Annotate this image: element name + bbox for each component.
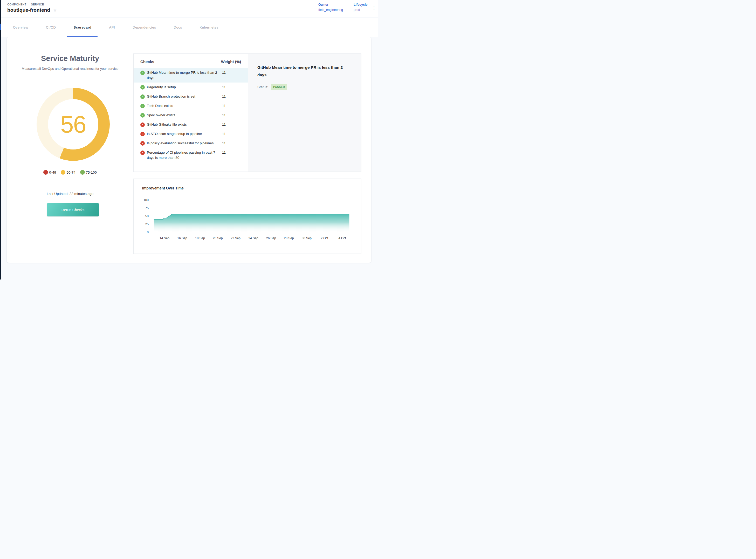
check-detail-title: GitHub Mean time to merge PR is less tha… — [257, 64, 347, 79]
lifecycle-label: Lifecycle — [353, 3, 368, 6]
check-weight: 11 — [222, 103, 232, 109]
scorecard-card: Service Maturity Measures all DevOps and… — [7, 37, 371, 263]
owner-label: Owner — [318, 3, 343, 6]
improvement-area-chart — [134, 179, 362, 254]
check-weight: 11 — [222, 122, 232, 127]
check-label: GitHub Gitleaks file exists — [147, 122, 220, 127]
check-failed-icon: ✕ — [140, 151, 145, 155]
left-nav-active-indicator — [0, 24, 1, 30]
rerun-checks-button[interactable]: Rerun Checks — [47, 203, 99, 217]
page-title: boutique-frontend — [7, 7, 50, 13]
check-label: GitHub Mean time to merge PR is less tha… — [147, 70, 220, 81]
checks-column-header: Checks — [140, 60, 221, 64]
legend-dot — [43, 170, 48, 175]
favorite-star-icon[interactable]: ☆ — [53, 8, 57, 13]
check-row[interactable]: ✓Pagerduty is setup11 — [134, 83, 248, 92]
more-options-icon[interactable]: ⋮ — [370, 5, 378, 11]
score-donut-hole: 56 — [48, 99, 98, 150]
check-label: Is STO scan stage setup in pipeline — [147, 131, 220, 136]
legend-item-75-100: 75-100 — [80, 170, 97, 175]
check-failed-icon: ✕ — [140, 132, 145, 136]
owner-link[interactable]: field_engineering — [318, 8, 343, 12]
check-detail-panel: GitHub Mean time to merge PR is less tha… — [248, 54, 361, 172]
scorecard-page: COMPONENT — SERVICE boutique-frontend ☆ … — [0, 0, 378, 280]
check-passed-icon: ✓ — [140, 104, 145, 108]
checks-rows: ✓GitHub Mean time to merge PR is less th… — [134, 68, 248, 162]
score-legend: 0-4950-7475-100 — [7, 170, 133, 175]
tab-overview[interactable]: Overview — [13, 25, 28, 29]
score-value: 56 — [61, 111, 86, 138]
legend-dot — [80, 170, 85, 175]
check-passed-icon: ✓ — [140, 71, 145, 75]
tab-scorecard[interactable]: Scorecard — [73, 25, 91, 29]
check-label: Percentage of CI pipelines passing in pa… — [147, 150, 220, 160]
check-weight: 11 — [222, 70, 232, 75]
check-weight: 11 — [222, 113, 232, 118]
check-weight: 11 — [222, 150, 232, 155]
scorecard-subtitle: Measures all DevOps and Operational read… — [18, 66, 122, 72]
entity-header: COMPONENT — SERVICE boutique-frontend ☆ … — [1, 0, 378, 17]
last-updated-text: Last Updated: 22 minutes ago — [7, 192, 133, 196]
legend-label: 0-49 — [49, 171, 56, 174]
check-label: Pagerduty is setup — [147, 85, 220, 90]
check-failed-icon: ✕ — [140, 141, 145, 146]
weight-column-header: Weight (%) — [221, 60, 241, 64]
check-weight: 11 — [222, 94, 232, 99]
left-nav-rail — [0, 0, 1, 280]
check-row[interactable]: ✓Tech Docs exists11 — [134, 101, 248, 111]
tab-kubernetes[interactable]: Kubernetes — [200, 25, 219, 29]
tab-bar: OverviewCI/CDScorecardAPIDependenciesDoc… — [1, 18, 378, 37]
breadcrumb: COMPONENT — SERVICE — [7, 3, 44, 6]
status-label: Status: — [257, 85, 268, 89]
checks-list: Checks Weight (%) ✓GitHub Mean time to m… — [134, 54, 248, 172]
score-donut-chart: 56 — [37, 88, 110, 161]
check-label: Tech Docs exists — [147, 103, 220, 109]
checks-panel: Checks Weight (%) ✓GitHub Mean time to m… — [133, 53, 361, 172]
check-row[interactable]: ✓Spec owner exists11 — [134, 111, 248, 120]
tab-docs[interactable]: Docs — [174, 25, 182, 29]
improvement-chart-panel: Improvement Over Time 1007550250 14 Sep1… — [133, 179, 361, 254]
legend-item-50-74: 50-74 — [61, 170, 75, 175]
maturity-summary: Service Maturity Measures all DevOps and… — [7, 37, 133, 263]
scorecard-title: Service Maturity — [7, 54, 133, 63]
check-label: GitHub Branch protection is set — [147, 94, 220, 99]
check-passed-icon: ✓ — [140, 113, 145, 117]
check-row[interactable]: ✕Is policy evaluation successful for pip… — [134, 139, 248, 148]
lifecycle-block: Lifecycle prod — [353, 3, 368, 12]
check-row[interactable]: ✕Percentage of CI pipelines passing in p… — [134, 148, 248, 162]
legend-label: 75-100 — [86, 171, 97, 174]
check-passed-icon: ✓ — [140, 94, 145, 99]
check-weight: 11 — [222, 85, 232, 90]
legend-dot — [61, 170, 65, 175]
area-fill — [154, 214, 349, 232]
check-passed-icon: ✓ — [140, 85, 145, 90]
check-label: Spec owner exists — [147, 113, 220, 118]
legend-label: 50-74 — [66, 171, 75, 174]
check-failed-icon: ✕ — [140, 122, 145, 127]
tab-ci-cd[interactable]: CI/CD — [46, 25, 56, 29]
tab-api[interactable]: API — [109, 25, 115, 29]
check-row[interactable]: ✓GitHub Mean time to merge PR is less th… — [134, 68, 248, 83]
owner-block: Owner field_engineering — [318, 3, 343, 12]
status-badge: PASSED — [271, 84, 287, 90]
lifecycle-value: prod — [353, 8, 368, 12]
check-row[interactable]: ✕GitHub Gitleaks file exists11 — [134, 120, 248, 129]
check-weight: 11 — [222, 131, 232, 136]
check-label: Is policy evaluation successful for pipe… — [147, 141, 220, 146]
check-weight: 11 — [222, 141, 232, 146]
check-row[interactable]: ✓GitHub Branch protection is set11 — [134, 92, 248, 101]
legend-item-0-49: 0-49 — [43, 170, 56, 175]
check-row[interactable]: ✕Is STO scan stage setup in pipeline11 — [134, 129, 248, 139]
tab-dependencies[interactable]: Dependencies — [133, 25, 156, 29]
checks-table-header: Checks Weight (%) — [134, 54, 248, 68]
